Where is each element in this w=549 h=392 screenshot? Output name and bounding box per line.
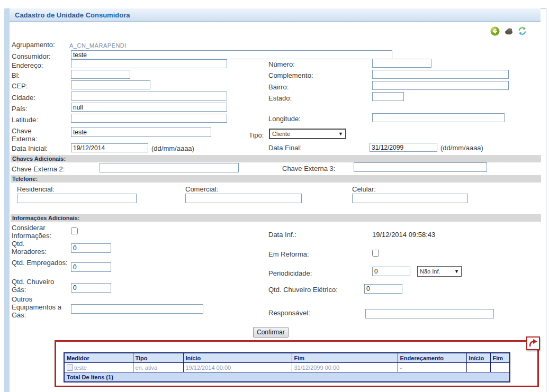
celular-label: Celular: [352, 185, 413, 193]
cell-medidor-text: teste [74, 364, 87, 371]
page: Cadastro de Unidade Consumidora Agrupame… [0, 0, 549, 392]
chave-externa-2-input[interactable] [100, 163, 239, 172]
considerar-informacoes-checkbox[interactable] [71, 227, 78, 234]
complemento-label: Complemento: [268, 71, 372, 79]
confirmar-button[interactable]: Confirmar [253, 327, 289, 338]
latitude-input[interactable] [71, 114, 227, 123]
qtd-chuveiro-eletrico-label: Qtd. Chuveiro Elétrico: [268, 286, 372, 294]
endereco-input[interactable] [71, 59, 227, 68]
cell-enderecamento: - [398, 363, 466, 372]
section-telefone: Telefone: [11, 175, 541, 183]
table-footer-total: Total De Itens (1) [64, 372, 510, 382]
table-header-row: Medidor Tipo Início Fim Endereçamento In… [64, 353, 510, 363]
bairro-label: Bairro: [268, 83, 372, 91]
agrupamento-value: A_CN_MARAPENDI [69, 42, 127, 49]
chevron-down-icon: ▼ [338, 131, 343, 136]
consumidor-label: Consumidor: [12, 52, 73, 60]
celular-input[interactable] [352, 194, 468, 203]
data-inicial-input[interactable] [71, 143, 148, 152]
table-footer-row: Total De Itens (1) [64, 372, 510, 382]
data-final-hint: (dd/mm/aaaa) [440, 144, 483, 152]
panel-title: Cadastro de Unidade Consumidora [10, 8, 541, 22]
col-tipo: Tipo [133, 353, 183, 363]
back-icon[interactable] [490, 26, 500, 36]
cell-tipo: en. ativa [133, 363, 183, 372]
responsavel-input[interactable] [365, 309, 494, 318]
pais-input[interactable] [71, 103, 227, 112]
periodicidade-select-value: Não Inf. [420, 268, 440, 275]
cell-inicio-2 [466, 363, 490, 372]
section-informacoes-adicionais: Informações Adicionais: [11, 214, 541, 222]
row-detail-icon[interactable] [67, 364, 73, 371]
chave-externa-2-label: Chave Externa 2: [12, 165, 102, 173]
cell-inicio: 19/12/2014 00:00 [183, 363, 292, 372]
comercial-input[interactable] [185, 194, 302, 203]
comercial-label: Comercial: [185, 185, 246, 193]
qtd-empregados-label: Qtd. Empregados: [12, 259, 70, 267]
chave-externa-3-input[interactable] [354, 162, 487, 172]
col-fim-2: Fim [490, 353, 510, 363]
numero-input[interactable] [372, 59, 431, 68]
cidade-input[interactable] [71, 92, 227, 101]
residencial-input[interactable] [17, 194, 137, 203]
consumidor-input[interactable] [71, 50, 392, 59]
qtd-chuveiro-eletrico-input[interactable] [364, 284, 402, 294]
bairro-input[interactable] [372, 81, 509, 90]
qtd-empregados-input[interactable] [71, 262, 111, 272]
endereco-label: Endereço: [12, 61, 73, 69]
bl-label: Bl: [12, 71, 73, 79]
em-reforma-label: Em Reforma: [268, 250, 372, 258]
data-inf-label: Data Inf.: [268, 231, 372, 239]
section-chaves-adicionais: Chaves Adicionais: [11, 155, 541, 162]
periodicidade-input[interactable] [372, 267, 410, 276]
estado-label: Estado: [268, 94, 372, 102]
data-inicial-hint: (dd/mm/aaaa) [151, 144, 194, 152]
numero-label: Número: [268, 60, 372, 68]
col-inicio: Início [183, 353, 292, 363]
longitude-input[interactable] [372, 113, 505, 122]
data-inicial-label: Data Inicial: [12, 144, 73, 152]
col-inicio-2: Início [466, 353, 490, 363]
chave-externa-input[interactable] [71, 127, 211, 137]
col-enderecamento: Endereçamento [398, 353, 466, 363]
annotation-arrow-icon [526, 336, 540, 350]
stamp-icon[interactable] [503, 27, 514, 35]
outros-equipamentos-input[interactable] [71, 304, 203, 314]
em-reforma-checkbox[interactable] [372, 250, 379, 257]
qtd-moradores-input[interactable] [71, 243, 111, 253]
agrupamento-label: Agrupamento: [12, 41, 73, 49]
residencial-label: Residencial: [17, 185, 78, 193]
qtd-chuveiro-gas-input[interactable] [71, 283, 111, 293]
tipo-select[interactable]: Cliente ▼ [269, 129, 346, 139]
responsavel-label: Responsável: [268, 309, 372, 317]
considerar-informacoes-label: Considerar Informações: [12, 224, 71, 240]
longitude-label: Longitude: [268, 115, 372, 123]
qtd-chuveiro-gas-label: Qtd. Chuveiro Gás: [12, 278, 62, 294]
bl-input[interactable] [71, 70, 130, 79]
pais-label: País: [12, 105, 73, 113]
panel-title-text: Cadastro de Unidade Consumidora [15, 11, 130, 19]
table-row[interactable]: teste en. ativa 19/12/2014 00:00 31/12/2… [64, 363, 510, 372]
cep-label: CEP: [12, 82, 73, 90]
qtd-moradores-label: Qtd. Moradores: [12, 240, 54, 256]
cidade-label: Cidade: [12, 94, 73, 102]
medidores-table: Medidor Tipo Início Fim Endereçamento In… [64, 352, 510, 382]
data-final-input[interactable] [370, 143, 437, 152]
tipo-select-value: Cliente [272, 131, 290, 137]
data-inf-value: 19/12/2014 09:58:43 [372, 231, 435, 239]
latitude-label: Latitude: [12, 116, 73, 124]
cell-medidor: teste [64, 363, 133, 372]
data-final-label: Data Final: [268, 144, 372, 152]
estado-input[interactable] [372, 92, 404, 101]
cell-fim: 31/12/2099 00:00 [292, 363, 398, 372]
col-fim: Fim [292, 353, 398, 363]
cep-input[interactable] [71, 80, 150, 89]
col-medidor: Medidor [64, 353, 133, 363]
complemento-input[interactable] [372, 70, 509, 79]
chave-externa-label: Chave Externa: [12, 127, 49, 143]
periodicidade-select[interactable]: Não Inf. ▼ [417, 266, 462, 277]
periodicidade-label: Periodicidade: [268, 269, 372, 277]
refresh-icon[interactable] [518, 26, 527, 35]
chevron-down-icon: ▼ [454, 269, 459, 274]
outros-equipamentos-label: Outros Equipamentos a Gás: [12, 295, 65, 319]
